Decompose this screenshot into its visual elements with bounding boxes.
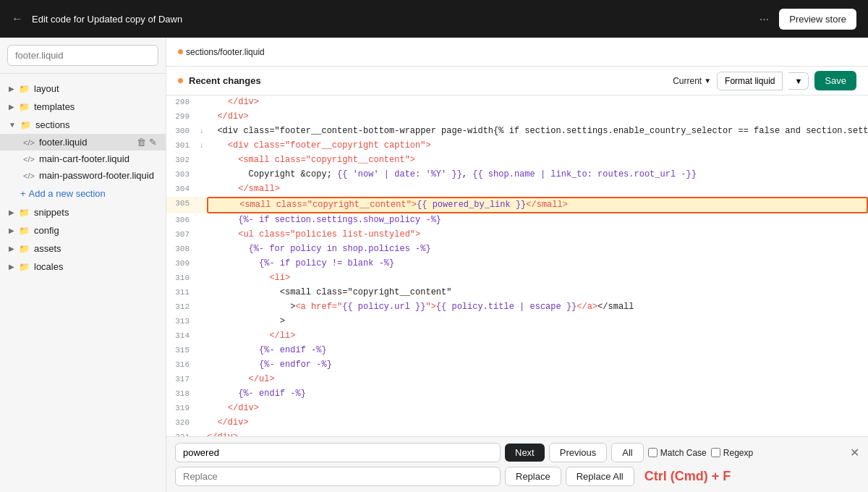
regexp-checkbox-label[interactable]: Regexp <box>711 448 753 458</box>
folder-icon: 📁 <box>19 244 30 254</box>
regexp-checkbox[interactable] <box>711 448 720 457</box>
sidebar-item-label: config <box>34 225 59 236</box>
line-number: 317 <box>166 373 197 387</box>
sidebar-file-footer-liquid[interactable]: </> footer.liquid 🗑 ✎ <box>0 134 166 150</box>
current-dropdown[interactable]: Current ▼ <box>673 76 711 86</box>
changes-dot <box>178 78 183 83</box>
previous-button[interactable]: Previous <box>549 443 608 462</box>
chevron-icon: ▶ <box>9 245 14 253</box>
line-arrow <box>197 344 207 358</box>
match-case-checkbox-label[interactable]: Match Case <box>648 448 707 458</box>
line-number: 318 <box>166 387 197 402</box>
line-number: 321 <box>166 430 197 436</box>
line-number: 315 <box>166 344 197 358</box>
line-content: {%- endfor -%} <box>207 358 868 373</box>
folder-icon: 📁 <box>19 208 30 218</box>
code-line: 299 </div> <box>166 110 868 124</box>
search-bar: Next Previous All Match Case Regexp ✕ Re… <box>166 436 868 492</box>
code-line: 303 Copyright &copy; {{ 'now' | date: '%… <box>166 168 868 182</box>
replace-all-button[interactable]: Replace All <box>566 467 634 486</box>
sidebar-file-main-password-footer[interactable]: </> main-password-footer.liquid <box>0 167 166 184</box>
code-line: 312 ><a href="{{ policy.url }}">{{ polic… <box>166 300 868 315</box>
main-layout: ▶ 📁 layout ▶ 📁 templates ▼ 📁 sections </… <box>0 38 868 492</box>
line-arrow <box>197 96 207 110</box>
more-options-icon[interactable]: ⋯ <box>760 14 770 25</box>
regexp-label: Regexp <box>723 448 753 458</box>
format-dropdown-button[interactable]: ▼ <box>788 72 809 90</box>
edit-icon[interactable]: ✎ <box>149 137 157 148</box>
sidebar-item-snippets[interactable]: ▶ 📁 snippets <box>0 203 166 221</box>
line-number: 302 <box>166 153 197 168</box>
code-line: 310 <li> <box>166 271 868 286</box>
plus-icon: + <box>20 188 26 199</box>
line-number: 300 <box>166 124 197 139</box>
line-content: </small> <box>207 182 868 197</box>
all-button[interactable]: All <box>611 443 643 462</box>
folder-icon: 📁 <box>19 84 30 94</box>
back-icon[interactable]: ← <box>12 12 23 25</box>
code-line: 321</div> <box>166 430 868 436</box>
sidebar-file-main-cart-footer[interactable]: </> main-cart-footer.liquid <box>0 150 166 167</box>
line-arrow: ↓ <box>197 139 207 153</box>
sidebar-item-templates[interactable]: ▶ 📁 templates <box>0 98 166 116</box>
line-arrow <box>197 430 207 436</box>
code-line: 302 <small class="copyright__content"> <box>166 153 868 168</box>
code-icon: </> <box>23 138 35 147</box>
file-label: main-password-footer.liquid <box>39 170 154 181</box>
sidebar-item-assets[interactable]: ▶ 📁 assets <box>0 239 166 258</box>
line-content: </div> <box>207 96 868 110</box>
line-arrow <box>197 329 207 344</box>
sidebar-item-locales[interactable]: ▶ 📁 locales <box>0 258 166 276</box>
line-number: 311 <box>166 286 197 300</box>
line-content: <div class="footer__content-bottom-wrapp… <box>207 124 868 139</box>
recent-changes-bar: Recent changes Current ▼ Format liquid ▼… <box>166 67 868 96</box>
sidebar-item-config[interactable]: ▶ 📁 config <box>0 221 166 239</box>
search-input[interactable] <box>175 443 501 462</box>
save-button[interactable]: Save <box>814 71 856 90</box>
line-content: <ul class="policies list-unstyled"> <box>207 228 868 242</box>
search-close-button[interactable]: ✕ <box>850 446 859 459</box>
chevron-icon: ▶ <box>9 263 14 271</box>
current-label: Current <box>673 76 702 86</box>
line-arrow <box>197 300 207 315</box>
line-content: {%- for policy in shop.policies -%} <box>207 242 868 257</box>
line-content: <div class="footer__copyright caption"> <box>207 139 868 153</box>
sidebar-item-label: assets <box>34 243 61 254</box>
line-number: 310 <box>166 271 197 286</box>
preview-store-button[interactable]: Preview store <box>779 9 856 30</box>
code-line: 313 > <box>166 315 868 329</box>
chevron-icon: ▶ <box>9 208 14 216</box>
replace-input[interactable] <box>175 467 501 486</box>
line-arrow <box>197 242 207 257</box>
line-number: 299 <box>166 110 197 124</box>
chevron-icon: ▼ <box>9 121 16 129</box>
add-section-link[interactable]: + Add a new section <box>0 184 166 203</box>
code-line: 317 </ul> <box>166 373 868 387</box>
line-arrow <box>197 228 207 242</box>
line-content: </div> <box>207 402 868 416</box>
chevron-icon: ▶ <box>9 226 14 234</box>
code-icon: </> <box>23 155 35 164</box>
file-actions: 🗑 ✎ <box>137 137 157 148</box>
ctrl-hint: Ctrl (Cmd) + F <box>644 469 731 484</box>
code-editor[interactable]: 298 </div>299 </div>300↓ <div class="foo… <box>166 96 868 436</box>
line-number: 313 <box>166 315 197 329</box>
line-content: <li> <box>207 271 868 286</box>
code-line: 298 </div> <box>166 96 868 110</box>
line-number: 308 <box>166 242 197 257</box>
replace-button[interactable]: Replace <box>505 467 561 486</box>
match-case-checkbox[interactable] <box>648 448 658 457</box>
line-number: 301 <box>166 139 197 153</box>
delete-icon[interactable]: 🗑 <box>137 137 146 148</box>
next-button[interactable]: Next <box>505 444 545 462</box>
sidebar-item-sections[interactable]: ▼ 📁 sections <box>0 116 166 134</box>
format-liquid-button[interactable]: Format liquid <box>717 72 783 90</box>
line-content: </ul> <box>207 373 868 387</box>
editor-tab[interactable]: sections/footer.liquid <box>178 47 265 57</box>
sidebar-item-layout[interactable]: ▶ 📁 layout <box>0 80 166 98</box>
folder-icon: 📁 <box>19 262 30 272</box>
line-content: <small class="copyright__content" <box>207 286 868 300</box>
line-content: </li> <box>207 329 868 344</box>
file-search-input[interactable] <box>7 45 158 66</box>
code-line: 320 </div> <box>166 416 868 430</box>
